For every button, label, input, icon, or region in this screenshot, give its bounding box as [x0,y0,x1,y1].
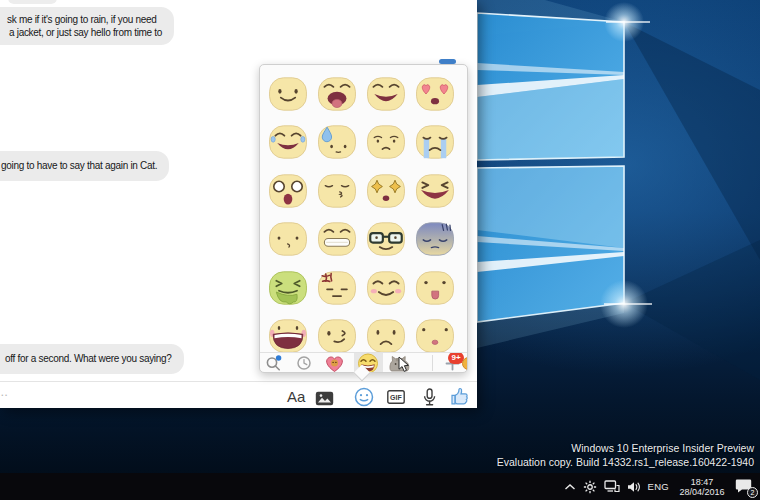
sticker-cold-sweat[interactable] [317,124,357,160]
sticker-panel: 9+ [259,64,468,373]
gif-icon[interactable]: GIF [387,390,405,404]
sticker-baby-tongue[interactable] [415,318,455,352]
network-icon[interactable] [604,480,620,493]
sticker-dot-eyes[interactable] [268,221,308,257]
like-thumb-icon[interactable] [450,387,469,405]
composer-divider [0,381,477,382]
notification-badge: 2 [747,487,758,498]
microphone-icon[interactable] [423,388,436,407]
sticker-kiss[interactable] [317,173,357,209]
sticker-glasses[interactable] [366,221,406,257]
tray-time: 18:47 [676,477,728,487]
sticker-tongue-out[interactable] [415,270,455,306]
sticker-big-laugh[interactable] [268,318,308,352]
sticker-star-eyes[interactable] [366,173,406,209]
message-bubble: off for a second. What were you saying? [0,344,184,374]
sticker-frown[interactable] [366,318,406,352]
sticker-sick-green[interactable] [268,270,308,306]
toolbar-divider [432,355,433,371]
sticker-squint-laugh[interactable] [415,173,455,209]
sticker-grid [260,65,467,352]
photo-icon[interactable] [315,391,334,406]
composer-input[interactable]: ... [0,384,8,399]
gif-label: GIF [390,394,402,401]
clock[interactable]: 18:47 28/04/2016 [676,477,728,497]
sticker-worried[interactable] [366,124,406,160]
system-tray: ENG 18:47 28/04/2016 2 [564,473,760,500]
message-text: going to have to say that again in Cat. [1,159,157,173]
sticker-blush-smile[interactable] [366,270,406,306]
heart-sticker-pack-icon[interactable] [324,354,345,372]
tray-date: 28/04/2016 [676,487,728,497]
message-text: sk me if it's going to rain, if you need [7,13,162,27]
sticker-shocked[interactable] [268,173,308,209]
search-icon[interactable] [265,355,282,372]
sticker-tongue-laugh[interactable] [317,76,357,112]
sticker-crying[interactable] [415,124,455,160]
scrollbar-thumb[interactable] [439,59,456,64]
watermark-line2: Evaluation copy. Build 14332.rs1_release… [497,456,754,470]
sticker-gloom[interactable] [415,221,455,257]
gear-icon[interactable] [583,480,597,494]
windows-watermark: Windows 10 Enterprise Insider Preview Ev… [497,442,754,469]
partial-pack-icon[interactable] [462,357,467,370]
message-bubble: going to have to say that again in Cat. [0,151,169,181]
message-text: off for a second. What were you saying? [5,352,172,366]
sticker-angry-mark[interactable] [317,270,357,306]
sticker-wink[interactable] [317,318,357,352]
tray-chevron-icon[interactable] [564,483,576,491]
desktop-screen: Windows 10 Enterprise Insider Preview Ev… [0,0,760,500]
sticker-grin-laugh[interactable] [366,76,406,112]
sticker-laugh-tears[interactable] [268,124,308,160]
message-bubble-partial [8,0,57,4]
emoji-icon[interactable] [354,387,374,407]
sticker-heart-eyes[interactable] [415,76,455,112]
sticker-teeth-grin[interactable] [317,221,357,257]
speaker-icon[interactable] [627,481,641,493]
message-bubble: sk me if it's going to rain, if you need… [0,7,174,45]
sticker-smile[interactable] [268,76,308,112]
recent-clock-icon[interactable] [296,355,312,371]
taskbar: ENG 18:47 28/04/2016 2 [0,473,760,500]
language-indicator[interactable]: ENG [648,481,670,492]
text-format-button[interactable]: Aa [287,388,305,405]
watermark-line1: Windows 10 Enterprise Insider Preview [497,442,754,456]
message-text: a jacket, or just say hello from time to [9,26,162,40]
action-center-icon[interactable]: 2 [735,478,755,495]
mouse-cursor [398,356,410,372]
